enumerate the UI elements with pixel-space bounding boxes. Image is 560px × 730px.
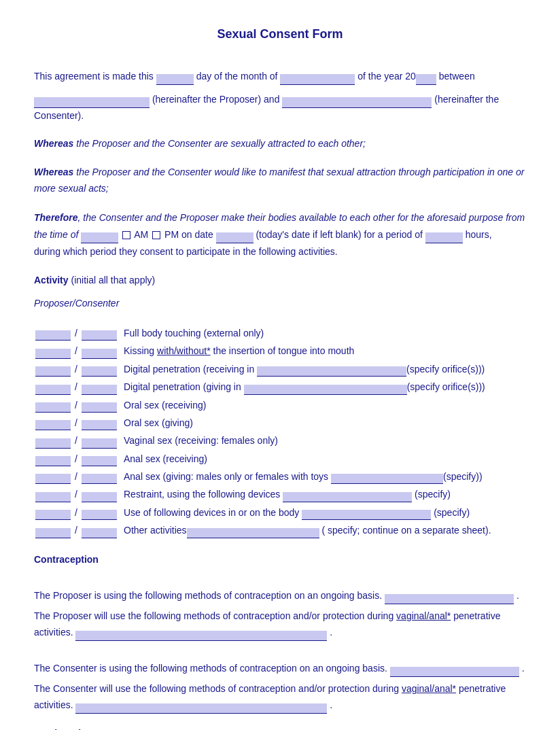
therefore-section: Therefore, the Consenter and the Propose… xyxy=(34,209,526,261)
anal-giving-field[interactable] xyxy=(331,474,443,484)
therefore-text: Therefore, the Consenter and the Propose… xyxy=(34,209,526,261)
during-text: during which period they consent to part… xyxy=(34,246,338,257)
proposer-init-2[interactable] xyxy=(35,349,71,359)
activity-cell: Digital penetration (receiving in (speci… xyxy=(122,360,526,378)
proposer-init-10[interactable] xyxy=(35,492,71,502)
proposer-ongoing-field[interactable] xyxy=(385,594,514,604)
intro-text-1: This agreement is made this xyxy=(34,71,154,82)
day-field[interactable] xyxy=(156,74,194,85)
period-field[interactable] xyxy=(425,232,463,243)
proposer-init-8[interactable] xyxy=(35,456,71,466)
consenter-name-field[interactable] xyxy=(282,97,432,108)
contraception-p2: The Proposer will use the following meth… xyxy=(34,608,526,641)
dp-giving-field[interactable] xyxy=(244,385,407,395)
proposer-init-5[interactable] xyxy=(35,402,71,413)
proposer-init-12[interactable] xyxy=(35,528,71,538)
ratchet-section: Ratchet Clause Whereas the Proposer and … xyxy=(34,726,526,730)
activity-cell: Restraint, using the following devices (… xyxy=(122,485,526,503)
init-cell: / xyxy=(34,504,122,521)
consenter-init-10[interactable] xyxy=(82,492,117,502)
contra-p2-end: . xyxy=(330,627,332,638)
activity-cell: Full body touching (external only) xyxy=(122,324,526,342)
table-row: / Kissing with/without* the insertion of… xyxy=(34,342,526,360)
vaginal-anal-1: vaginal/anal* xyxy=(396,610,451,621)
init-cell: / xyxy=(34,450,122,468)
init-cell: / xyxy=(34,414,122,432)
intro-line2: (hereinafter the Proposer) and (hereinaf… xyxy=(34,92,526,124)
time-field[interactable] xyxy=(81,232,118,243)
other-activities-field[interactable] xyxy=(187,528,319,538)
table-row: / Use of following devices in or on the … xyxy=(34,504,526,521)
am-checkbox[interactable] xyxy=(122,231,130,239)
today-note: (today's date if left blank) for a perio… xyxy=(256,229,425,240)
consenter-init-2[interactable] xyxy=(82,349,117,359)
table-row: / Oral sex (giving) xyxy=(34,414,526,432)
init-cell: / xyxy=(34,432,122,449)
consenter-init-7[interactable] xyxy=(82,438,117,449)
devices-field[interactable] xyxy=(302,510,431,520)
activity-cell: Digital penetration (giving in (specify … xyxy=(122,378,526,396)
proposer-init-9[interactable] xyxy=(35,474,71,484)
intro-section: This agreement is made this day of the m… xyxy=(34,69,526,124)
init-cell: / xyxy=(34,342,122,360)
contraception-p4: The Consenter will use the following met… xyxy=(34,681,526,714)
contraception-p3: The Consenter is using the following met… xyxy=(34,661,526,677)
therefore-bold: Therefore xyxy=(34,212,78,223)
activity-header-section: Activity (initial all that apply) Propos… xyxy=(34,273,526,312)
restraint-field[interactable] xyxy=(283,492,412,502)
table-row: / Oral sex (receiving) xyxy=(34,396,526,414)
activity-cell: Other activities ( specify; continue on … xyxy=(122,521,526,539)
init-cell: / xyxy=(34,468,122,485)
table-row: / Restraint, using the following devices… xyxy=(34,485,526,503)
consenter-ongoing-field[interactable] xyxy=(390,667,519,677)
proposer-init-1[interactable] xyxy=(35,330,71,341)
contra-p3-end: . xyxy=(522,663,525,674)
intro-text-5: (hereinafter the Proposer) and xyxy=(152,94,282,105)
table-row: / Full body touching (external only) xyxy=(34,324,526,342)
proposer-init-7[interactable] xyxy=(35,438,71,449)
intro-text-4: between xyxy=(439,71,475,82)
consenter-init-6[interactable] xyxy=(82,420,117,430)
consenter-init-11[interactable] xyxy=(82,510,117,520)
month-field[interactable] xyxy=(280,74,355,85)
proposer-init-11[interactable] xyxy=(35,510,71,520)
init-cell: / xyxy=(34,378,122,396)
consenter-init-1[interactable] xyxy=(82,330,117,341)
ratchet-header-text: Ratchet Clause xyxy=(34,726,526,730)
whereas1-section: Whereas the Proposer and the Consenter a… xyxy=(34,136,526,152)
consenter-protection-field[interactable] xyxy=(75,703,327,714)
init-cell: / xyxy=(34,396,122,414)
proposer-protection-field[interactable] xyxy=(75,631,327,641)
with-without: with/without* xyxy=(157,345,211,356)
proposer-init-3[interactable] xyxy=(35,366,71,377)
pm-checkbox[interactable] xyxy=(152,231,160,239)
consenter-init-9[interactable] xyxy=(82,474,117,484)
hours-label: hours, xyxy=(466,229,492,240)
consenter-init-3[interactable] xyxy=(82,366,117,377)
activity-header-text: Activity (initial all that apply) xyxy=(34,273,526,289)
whereas2-section: Whereas the Proposer and the Consenter w… xyxy=(34,164,526,197)
consenter-init-5[interactable] xyxy=(82,402,117,413)
activity-cell: Kissing with/without* the insertion of t… xyxy=(122,342,526,360)
table-row: / Vaginal sex (receiving: females only) xyxy=(34,432,526,449)
activity-cell: Use of following devices in or on the bo… xyxy=(122,504,526,521)
whereas1-text: Whereas the Proposer and the Consenter a… xyxy=(34,136,526,152)
consenter-init-12[interactable] xyxy=(82,528,117,538)
activity-sub-text: (initial all that apply) xyxy=(71,275,155,285)
contraception-p1: The Proposer is using the following meth… xyxy=(34,588,526,604)
activity-cell: Oral sex (giving) xyxy=(122,414,526,432)
proposer-init-6[interactable] xyxy=(35,420,71,430)
proposer-name-field[interactable] xyxy=(34,97,150,108)
activity-bold: Activity xyxy=(34,275,69,285)
activities-section: / Full body touching (external only) / K… xyxy=(34,324,526,540)
consenter-init-8[interactable] xyxy=(82,456,117,466)
table-row: / Anal sex (giving: males only or female… xyxy=(34,468,526,485)
year-field[interactable] xyxy=(416,74,436,85)
date-field[interactable] xyxy=(216,232,253,243)
consenter-init-4[interactable] xyxy=(82,385,117,395)
proposer-init-4[interactable] xyxy=(35,385,71,395)
init-cell: / xyxy=(34,485,122,503)
init-cell: / xyxy=(34,521,122,539)
contraception-header: Contraception xyxy=(34,554,99,565)
dp-receiving-field[interactable] xyxy=(257,366,406,377)
